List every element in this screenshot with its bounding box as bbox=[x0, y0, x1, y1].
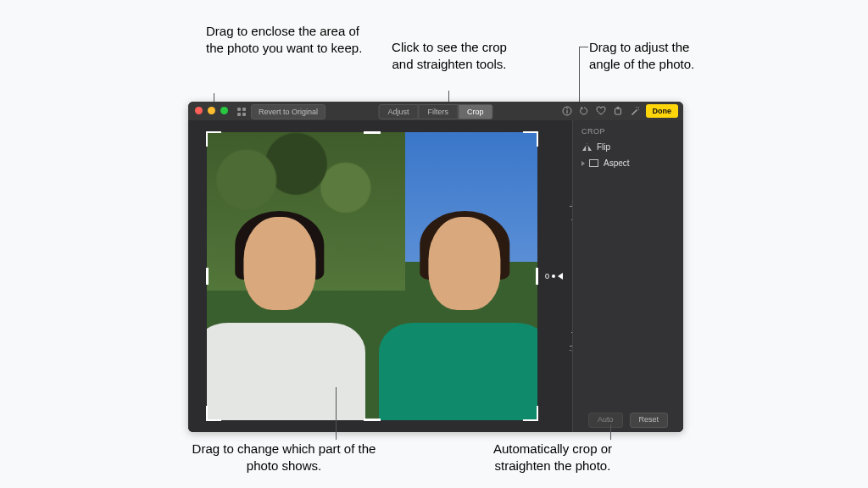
flip-label: Flip bbox=[597, 142, 610, 152]
dial-value-label: 0 bbox=[545, 272, 549, 280]
tab-filters[interactable]: Filters bbox=[419, 104, 459, 119]
svg-rect-9 bbox=[589, 160, 598, 167]
photo-canvas[interactable]: 10 5 -5 -10 0 bbox=[188, 120, 572, 432]
svg-point-6 bbox=[636, 107, 637, 108]
fullscreen-icon[interactable] bbox=[220, 107, 228, 114]
aspect-icon bbox=[588, 159, 598, 167]
callout-line bbox=[610, 424, 611, 440]
flip-control[interactable]: Flip bbox=[573, 139, 683, 155]
reset-button[interactable]: Reset bbox=[630, 413, 669, 428]
tab-adjust[interactable]: Adjust bbox=[378, 104, 418, 119]
svg-point-5 bbox=[637, 107, 638, 108]
chevron-right-icon bbox=[581, 161, 585, 166]
sidebar-footer: Auto Reset bbox=[573, 408, 683, 432]
callout-auto: Automatically crop or straighten the pho… bbox=[464, 441, 642, 475]
aspect-control[interactable]: Aspect bbox=[573, 155, 683, 171]
close-icon[interactable] bbox=[195, 107, 203, 114]
flip-icon bbox=[581, 143, 592, 152]
tab-crop[interactable]: Crop bbox=[458, 104, 493, 119]
dial-value[interactable]: 0 bbox=[545, 272, 563, 280]
svg-rect-1 bbox=[566, 110, 567, 114]
callout-angle: Drag to adjust the angle of the photo. bbox=[589, 39, 708, 74]
callout-crop-tools: Click to see the crop and straighten too… bbox=[381, 39, 517, 74]
info-icon[interactable] bbox=[561, 105, 573, 117]
auto-button[interactable]: Auto bbox=[588, 413, 623, 428]
window-controls[interactable] bbox=[195, 107, 228, 114]
crop-sidebar: CROP Flip Aspect Auto Reset bbox=[572, 120, 683, 432]
sidebar-title: CROP bbox=[573, 120, 683, 139]
callout-line bbox=[336, 387, 337, 440]
callout-reposition: Drag to change which part of the photo s… bbox=[186, 441, 381, 475]
callout-crop-area: Drag to enclose the area of the photo yo… bbox=[206, 23, 367, 58]
rotate-icon[interactable] bbox=[578, 105, 590, 117]
photos-edit-window: Revert to Original Adjust Filters Crop bbox=[188, 102, 683, 432]
callout-line bbox=[580, 47, 588, 47]
revert-button[interactable]: Revert to Original bbox=[251, 104, 326, 119]
favorite-icon[interactable] bbox=[595, 105, 607, 117]
grid-view-icon[interactable] bbox=[236, 106, 248, 118]
done-button[interactable]: Done bbox=[646, 104, 679, 118]
extensions-icon[interactable] bbox=[612, 105, 624, 117]
window-titlebar: Revert to Original Adjust Filters Crop bbox=[188, 102, 683, 120]
dial-pointer-icon bbox=[558, 273, 563, 280]
aspect-label: Aspect bbox=[604, 158, 630, 168]
svg-point-2 bbox=[566, 108, 568, 109]
enhance-icon[interactable] bbox=[629, 105, 641, 117]
svg-point-7 bbox=[638, 109, 639, 110]
photo-image[interactable] bbox=[207, 132, 537, 420]
minimize-icon[interactable] bbox=[208, 107, 215, 114]
edit-mode-tabs: Adjust Filters Crop bbox=[378, 104, 492, 119]
